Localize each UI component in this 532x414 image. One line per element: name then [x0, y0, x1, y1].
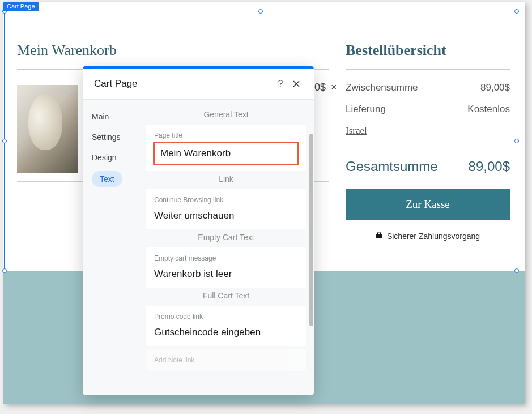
secure-payment-note: Sicherer Zahlungsvorgang [346, 231, 510, 241]
field-empty-cart[interactable]: Empty cart message Warenkorb ist leer [146, 247, 306, 288]
shipping-location-link[interactable]: Israel [346, 125, 510, 136]
summary-title: Bestellübersicht [346, 42, 510, 59]
checkout-button[interactable]: Zur Kasse [346, 189, 510, 220]
divider [346, 69, 510, 70]
shipping-label: Lieferung [346, 104, 386, 115]
selection-label: Cart Page [3, 2, 39, 11]
total-value: 89,00$ [469, 159, 510, 174]
panel-title: Cart Page [94, 78, 271, 89]
tab-main[interactable]: Main [92, 106, 139, 127]
line-item-price-fragment: 0$ × [314, 82, 337, 93]
field-value[interactable]: Warenkorb ist leer [154, 266, 298, 284]
field-label: Promo code link [154, 313, 298, 321]
shipping-value: Kostenlos [467, 104, 510, 115]
subtotal-label: Zwischensumme [346, 82, 418, 93]
help-button[interactable]: ? [274, 78, 287, 90]
field-value[interactable]: Weiter umschauen [154, 207, 298, 226]
section-heading-full: Full Cart Text [146, 291, 306, 300]
field-promo-code[interactable]: Promo code link Gutscheincode eingeben [146, 306, 306, 346]
section-heading-general: General Text [146, 110, 306, 119]
section-heading-empty: Empty Cart Text [146, 233, 306, 242]
secure-text: Sicherer Zahlungsvorgang [387, 232, 480, 241]
field-label: Add Note link [154, 356, 298, 364]
tab-settings[interactable]: Settings [92, 127, 139, 147]
remove-item-icon[interactable]: × [331, 82, 337, 93]
field-value[interactable]: Gutscheincode eingeben [154, 324, 298, 343]
panel-body: Main Settings Design Text General Text P… [83, 100, 314, 395]
total-label: Gesamtsumme [346, 159, 438, 174]
field-value[interactable]: Mein Warenkorb [160, 148, 292, 159]
product-image[interactable] [17, 85, 78, 173]
close-button[interactable] [290, 78, 303, 90]
field-continue-browsing[interactable]: Continue Browsing link Weiter umschauen [146, 189, 306, 229]
shipping-row: Lieferung Kostenlos [346, 104, 510, 115]
field-add-note[interactable]: Add Note link [146, 349, 306, 371]
tab-text[interactable]: Text [92, 171, 122, 187]
divider [346, 148, 510, 148]
total-row: Gesamtsumme 89,00$ [346, 159, 510, 174]
field-label: Empty cart message [154, 254, 298, 262]
settings-panel: Cart Page ? Main Settings Design Text Ge… [83, 66, 314, 395]
field-page-title[interactable]: Page title Mein Warenkorb [146, 125, 306, 171]
panel-content[interactable]: General Text Page title Mein Warenkorb L… [139, 100, 314, 395]
order-summary: Bestellübersicht Zwischensumme 89,00$ Li… [346, 42, 510, 241]
lock-icon [376, 231, 382, 241]
subtotal-value: 89,00$ [480, 82, 510, 93]
cart-title: Mein Warenkorb [17, 42, 329, 59]
field-label: Page title [154, 131, 298, 139]
field-label: Continue Browsing link [154, 196, 298, 204]
highlighted-field: Mein Warenkorb [153, 142, 299, 165]
section-heading-link: Link [146, 174, 306, 183]
scrollbar-thumb[interactable] [309, 134, 313, 326]
panel-sidebar: Main Settings Design Text [83, 100, 139, 395]
subtotal-row: Zwischensumme 89,00$ [346, 82, 510, 93]
panel-header: Cart Page ? [83, 69, 314, 100]
dashed-guide [525, 11, 525, 271]
tab-design[interactable]: Design [92, 147, 139, 168]
